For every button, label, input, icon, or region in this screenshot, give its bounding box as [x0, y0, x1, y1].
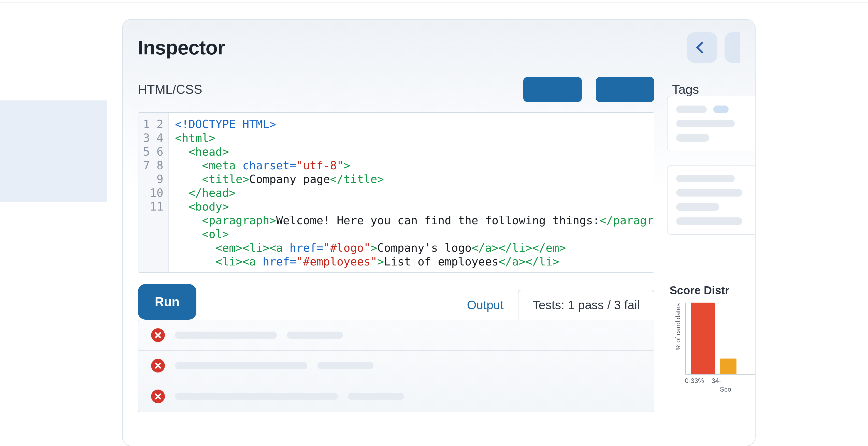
result-placeholder — [175, 331, 277, 339]
chevron-left-icon — [696, 41, 708, 54]
test-result-row[interactable] — [138, 351, 654, 381]
chart-ylabel: % of candidates — [674, 303, 682, 350]
fail-icon — [151, 359, 165, 373]
test-results — [138, 320, 654, 412]
chart-xlabel: Sco — [685, 385, 755, 393]
chart-bar-0-33 — [691, 302, 715, 374]
score-distribution-card: Score Distr % of candidates 0-33% 34- Sc… — [667, 284, 755, 387]
chart-bar-34 — [720, 358, 737, 374]
action-button-2[interactable] — [596, 77, 654, 102]
chart-tick-1: 34- — [712, 377, 721, 385]
tags-label: Tags — [672, 82, 699, 97]
fail-icon — [151, 389, 165, 403]
chart-title: Score Distr — [667, 284, 755, 297]
action-button-1[interactable] — [523, 77, 582, 102]
test-result-row[interactable] — [138, 381, 654, 412]
background-tile — [0, 100, 107, 202]
score-chart: % of candidates 0-33% 34- Sco — [667, 304, 755, 387]
prev-button[interactable] — [687, 32, 717, 63]
chart-tick-0: 0-33% — [685, 377, 704, 385]
test-result-row[interactable] — [138, 320, 654, 351]
result-placeholder — [287, 331, 343, 339]
language-label: HTML/CSS — [138, 82, 202, 97]
line-gutter: 1 2 3 4 5 6 7 8 9 10 11 — [138, 113, 169, 272]
result-placeholder — [175, 362, 307, 369]
inspector-panel: Inspector HTML/CSS Tags 1 2 3 4 5 6 7 8 … — [122, 19, 755, 446]
result-placeholder — [175, 393, 338, 400]
code-content[interactable]: <!DOCTYPE HTML> <html> <head> <meta char… — [169, 113, 654, 272]
result-placeholder — [348, 393, 404, 400]
code-editor[interactable]: 1 2 3 4 5 6 7 8 9 10 11 <!DOCTYPE HTML> … — [138, 113, 654, 273]
next-button[interactable] — [724, 32, 740, 63]
tab-output[interactable]: Output — [452, 290, 518, 320]
run-button[interactable]: Run — [138, 284, 196, 320]
tab-tests[interactable]: Tests: 1 pass / 3 fail — [518, 290, 654, 320]
result-tabs: Output Tests: 1 pass / 3 fail — [452, 284, 654, 320]
tags-card — [667, 96, 755, 151]
panel-title: Inspector — [138, 36, 225, 59]
result-placeholder — [317, 362, 373, 369]
info-card — [667, 165, 755, 235]
fail-icon — [151, 328, 165, 342]
